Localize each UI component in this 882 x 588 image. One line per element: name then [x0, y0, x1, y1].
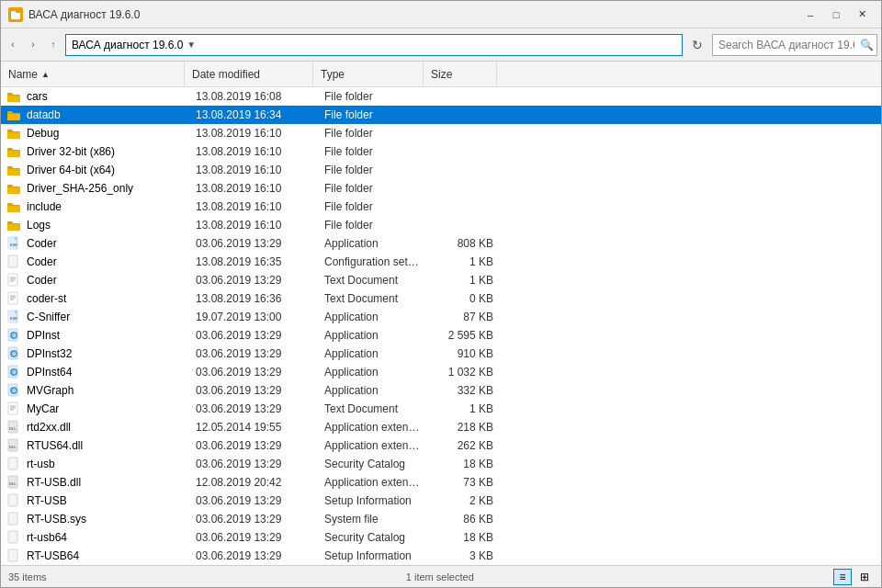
explorer-window: ВАСА диагност 19.6.0 – □ ✕ ‹ › ↑ ВАСА ди…: [0, 0, 882, 588]
file-name: Coder: [23, 274, 188, 287]
search-button[interactable]: 🔍: [857, 36, 876, 54]
file-icon: [5, 216, 23, 234]
file-type: File folder: [317, 127, 427, 140]
file-size: 1 032 KB: [427, 366, 501, 379]
table-row[interactable]: datadb 13.08.2019 16:34 File folder: [1, 106, 881, 124]
table-row[interactable]: RT-USB64 03.06.2019 13:29 Setup Informat…: [1, 547, 881, 565]
table-row[interactable]: ⚙ DPInst 03.06.2019 13:29 Application 2 …: [1, 326, 881, 345]
path-text: ВАСА диагност 19.6.0: [72, 39, 183, 51]
table-row[interactable]: cars 13.08.2019 16:08 File folder: [1, 87, 881, 106]
col-header-name[interactable]: Name ▲: [1, 62, 185, 86]
search-input[interactable]: [712, 34, 877, 56]
file-date: 03.06.2019 13:29: [188, 347, 317, 360]
address-path[interactable]: ВАСА диагност 19.6.0 ▼: [65, 34, 683, 56]
svg-rect-39: [8, 458, 17, 469]
file-size: 18 KB: [427, 531, 501, 544]
file-type: Application extens...: [317, 421, 427, 434]
file-icon: [5, 547, 23, 565]
table-row[interactable]: EXE C-Sniffer 19.07.2019 13:00 Applicati…: [1, 308, 881, 326]
file-type: File folder: [317, 108, 427, 121]
filelist-body[interactable]: cars 13.08.2019 16:08 File folder datadb…: [1, 87, 881, 565]
close-button[interactable]: ✕: [850, 5, 874, 25]
addressbar: ‹ › ↑ ВАСА диагност 19.6.0 ▼ ↻ 🔍: [1, 28, 881, 62]
back-button[interactable]: ‹: [5, 34, 21, 56]
file-type: Application extens...: [317, 439, 427, 452]
col-header-type[interactable]: Type: [313, 62, 424, 86]
file-type: File folder: [317, 90, 427, 103]
file-icon: [5, 289, 23, 308]
file-date: 03.06.2019 13:29: [188, 329, 317, 342]
file-date: 03.06.2019 13:29: [188, 274, 317, 287]
file-name: RT-USB.dll: [23, 476, 188, 489]
file-date: 13.08.2019 16:10: [188, 164, 317, 176]
col-header-size[interactable]: Size: [424, 62, 497, 86]
file-size: 332 KB: [427, 384, 501, 397]
table-row[interactable]: Logs 13.08.2019 16:10 File folder: [1, 216, 881, 234]
file-date: 03.06.2019 13:29: [188, 402, 317, 415]
table-row[interactable]: Driver 32-bit (x86) 13.08.2019 16:10 Fil…: [1, 142, 881, 161]
table-row[interactable]: RT-USB.sys 03.06.2019 13:29 System file …: [1, 510, 881, 528]
minimize-button[interactable]: –: [798, 5, 822, 25]
file-icon: [5, 198, 23, 216]
file-type: Security Catalog: [317, 531, 427, 544]
table-row[interactable]: ⚙ DPInst64 03.06.2019 13:29 Application …: [1, 363, 881, 381]
table-row[interactable]: rt-usb64 03.06.2019 13:29 Security Catal…: [1, 528, 881, 547]
file-date: 03.06.2019 13:29: [188, 549, 317, 562]
forward-button[interactable]: ›: [25, 34, 41, 56]
table-row[interactable]: Debug 13.08.2019 16:10 File folder: [1, 124, 881, 142]
file-type: File folder: [317, 164, 427, 176]
file-size: 910 KB: [427, 347, 501, 360]
maximize-button[interactable]: □: [824, 5, 848, 25]
svg-text:DLL: DLL: [9, 426, 17, 431]
file-size: 73 KB: [427, 476, 501, 489]
refresh-button[interactable]: ↻: [686, 34, 708, 56]
file-name: Driver 32-bit (x86): [23, 145, 188, 158]
table-row[interactable]: RT-USB 03.06.2019 13:29 Setup Informatio…: [1, 492, 881, 510]
file-type: Application: [317, 366, 427, 379]
file-size: 86 KB: [427, 513, 501, 526]
table-row[interactable]: coder-st 13.08.2019 16:36 Text Document …: [1, 289, 881, 308]
file-name: C-Sniffer: [23, 311, 188, 323]
file-date: 13.08.2019 16:36: [188, 292, 317, 305]
up-button[interactable]: ↑: [45, 34, 62, 56]
file-date: 03.06.2019 13:29: [188, 458, 317, 470]
file-name: coder-st: [23, 292, 188, 305]
table-row[interactable]: rt-usb 03.06.2019 13:29 Security Catalog…: [1, 455, 881, 473]
table-row[interactable]: Driver_SHA-256_only 13.08.2019 16:10 Fil…: [1, 179, 881, 198]
file-type: File folder: [317, 145, 427, 158]
item-count: 35 items: [8, 571, 47, 582]
file-icon: ⚙: [5, 381, 23, 400]
file-size: 218 KB: [427, 421, 501, 434]
table-row[interactable]: include 13.08.2019 16:10 File folder: [1, 198, 881, 216]
file-date: 13.08.2019 16:10: [188, 127, 317, 140]
table-row[interactable]: Driver 64-bit (x64) 13.08.2019 16:10 Fil…: [1, 161, 881, 179]
table-row[interactable]: ⚙ DPInst32 03.06.2019 13:29 Application …: [1, 345, 881, 363]
large-icons-view-button[interactable]: ⊞: [855, 569, 874, 585]
table-row[interactable]: DLL rtd2xx.dll 12.05.2014 19:55 Applicat…: [1, 418, 881, 436]
table-row[interactable]: DLL RT-USB.dll 12.08.2019 20:42 Applicat…: [1, 473, 881, 492]
table-row[interactable]: Coder 03.06.2019 13:29 Text Document 1 K…: [1, 271, 881, 289]
file-size: 1 KB: [427, 402, 501, 415]
search-container: 🔍: [712, 34, 877, 56]
col-header-date[interactable]: Date modified: [185, 62, 313, 86]
file-icon: [5, 124, 23, 142]
file-icon: ⚙: [5, 345, 23, 363]
window-controls: – □ ✕: [798, 5, 874, 25]
table-row[interactable]: ⚙ MVGraph 03.06.2019 13:29 Application 3…: [1, 381, 881, 400]
svg-rect-0: [11, 13, 20, 19]
svg-rect-42: [8, 494, 17, 506]
table-row[interactable]: DLL RTUS64.dll 03.06.2019 13:29 Applicat…: [1, 436, 881, 455]
file-type: Text Document: [317, 292, 427, 305]
file-name: rtd2xx.dll: [23, 421, 188, 434]
svg-text:EXE: EXE: [10, 243, 17, 247]
table-row[interactable]: EXE Coder 03.06.2019 13:29 Application 8…: [1, 234, 881, 253]
table-row[interactable]: Coder 13.08.2019 16:35 Configuration set…: [1, 253, 881, 271]
file-size: 2 KB: [427, 494, 501, 507]
file-name: Driver_SHA-256_only: [23, 182, 188, 195]
file-name: rt-usb: [23, 458, 188, 470]
file-date: 13.08.2019 16:10: [188, 219, 317, 232]
file-type: Security Catalog: [317, 458, 427, 470]
file-icon: EXE: [5, 234, 23, 253]
table-row[interactable]: MyCar 03.06.2019 13:29 Text Document 1 K…: [1, 400, 881, 418]
details-view-button[interactable]: ≡: [833, 569, 852, 585]
